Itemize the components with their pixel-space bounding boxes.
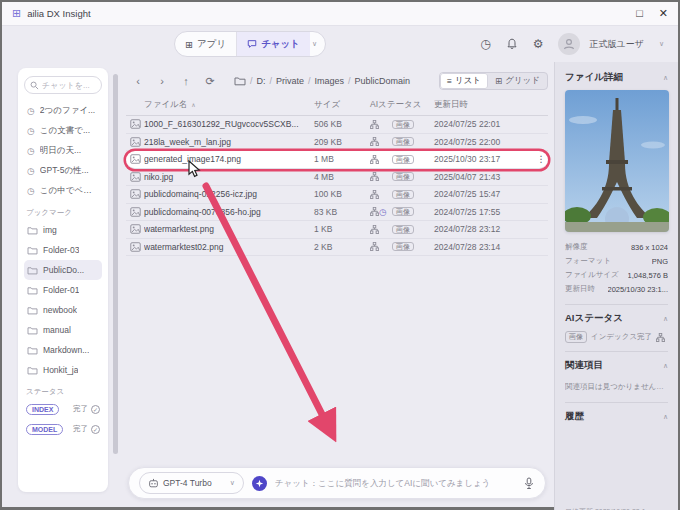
metadata-row: 更新日時 2025/10/30 23:1... bbox=[565, 282, 668, 296]
history-clock-icon: ◷ bbox=[27, 146, 35, 156]
file-date: 2024/07/25 17:55 bbox=[434, 207, 534, 217]
details-collapse-icon[interactable]: ∧ bbox=[663, 74, 668, 82]
bookmark-folder-item[interactable]: img bbox=[24, 220, 102, 240]
list-view-label: リスト bbox=[455, 75, 481, 87]
related-collapse-icon[interactable]: ∧ bbox=[663, 362, 668, 370]
bookmark-folder-item[interactable]: PublicDo... bbox=[24, 260, 102, 280]
crumb-images[interactable]: Images bbox=[315, 76, 345, 86]
up-icon[interactable]: ↑ bbox=[174, 75, 198, 87]
chat-history-list: ◷ 2つのファイ... ◷ この文書で... ◷ 明日の天... ◷ GPT-5… bbox=[24, 101, 102, 201]
model-selector[interactable]: GPT-4 Turbo ∨ bbox=[139, 472, 244, 494]
notifications-bell-icon[interactable] bbox=[506, 38, 518, 50]
ai-status-row: 画像 インデックス完了 bbox=[565, 331, 668, 343]
sidebar-scrollbar[interactable] bbox=[113, 74, 118, 454]
index-flow-icon bbox=[370, 120, 379, 129]
metadata-label: フォーマット bbox=[565, 256, 611, 266]
file-preview-image[interactable] bbox=[565, 90, 669, 232]
column-filename[interactable]: ファイル名 ∧ bbox=[144, 99, 314, 111]
maximize-button[interactable]: □ bbox=[636, 7, 643, 20]
bookmark-folder-item[interactable]: Folder-03 bbox=[24, 240, 102, 260]
table-row[interactable]: 1000_F_616301292_RUgvcocv5SCXB... 506 KB… bbox=[126, 116, 548, 134]
metadata-value: PNG bbox=[652, 257, 668, 266]
bookmark-folder-item[interactable]: Folder-01 bbox=[24, 280, 102, 300]
chat-search-box[interactable] bbox=[24, 76, 102, 94]
view-toggle: ≡ リスト ⊞ グリッド bbox=[439, 72, 548, 90]
apps-tab-label: アプリ bbox=[197, 38, 226, 51]
status-state-label: 完了 bbox=[73, 424, 88, 434]
crumb-publicdomain[interactable]: PublicDomain bbox=[355, 76, 411, 86]
crumb-separator: / bbox=[308, 76, 311, 86]
image-file-icon bbox=[130, 189, 141, 199]
file-size: 100 KB bbox=[314, 189, 370, 199]
table-row[interactable]: publicdomainq-0076856-ho.jpg 83 KB ◷ 画像 … bbox=[126, 204, 548, 222]
table-row[interactable]: niko.jpg 4 MB 画像 2025/04/07 21:43 bbox=[126, 169, 548, 187]
file-name: 1000_F_616301292_RUgvcocv5SCXB... bbox=[144, 119, 314, 129]
history-item-label: 明日の天... bbox=[40, 145, 81, 157]
metadata-value: 2025/10/30 23:1... bbox=[608, 285, 668, 294]
crumb-separator: / bbox=[250, 76, 253, 86]
chat-history-item[interactable]: ◷ GPT-5の性... bbox=[24, 161, 102, 181]
app-title: ailia DX Insight bbox=[27, 8, 90, 19]
chat-tab[interactable]: チャット bbox=[237, 32, 310, 56]
user-name-label[interactable]: 正式版ユーザ bbox=[589, 38, 643, 51]
bookmark-folder-item[interactable]: newbook bbox=[24, 300, 102, 320]
apps-tab[interactable]: ⊞ アプリ bbox=[175, 32, 236, 56]
index-flow-icon bbox=[370, 155, 379, 164]
file-size: 2 KB bbox=[314, 242, 370, 252]
user-avatar[interactable] bbox=[558, 33, 580, 55]
table-row[interactable]: 218la_week_m_lan.jpg 209 KB 画像 2024/07/2… bbox=[126, 134, 548, 152]
index-flow-icon bbox=[370, 225, 379, 234]
kebab-menu-icon[interactable]: ⋮ bbox=[534, 154, 548, 164]
bookmark-folder-item[interactable]: Honkit_ja bbox=[24, 360, 102, 380]
settings-gear-icon[interactable]: ⚙ bbox=[533, 38, 544, 50]
folder-icon bbox=[27, 346, 38, 355]
file-date: 2025/04/07 21:43 bbox=[434, 172, 534, 182]
column-ai-status[interactable]: AIステータス bbox=[370, 99, 434, 111]
bookmark-folder-item[interactable]: Markdown... bbox=[24, 340, 102, 360]
chat-history-item[interactable]: ◷ 2つのファイ... bbox=[24, 101, 102, 121]
crumb-private[interactable]: Private bbox=[276, 76, 304, 86]
column-date[interactable]: 更新日時 bbox=[434, 99, 534, 111]
metadata-label: ファイルサイズ bbox=[565, 270, 619, 280]
table-row[interactable]: publicdomainq-012256-icz.jpg 100 KB 画像 2… bbox=[126, 186, 548, 204]
history-title: 履歴 bbox=[565, 410, 584, 423]
file-size: 209 KB bbox=[314, 137, 370, 147]
index-flow-icon bbox=[370, 242, 379, 251]
close-button[interactable]: ✕ bbox=[659, 7, 668, 20]
file-size: 506 KB bbox=[314, 119, 370, 129]
refresh-icon[interactable]: ⟳ bbox=[198, 75, 222, 88]
grid-view-button[interactable]: ⊞ グリッド bbox=[488, 73, 547, 89]
history-icon[interactable]: ◷ bbox=[480, 38, 490, 50]
folder-icon bbox=[27, 246, 38, 255]
metadata-value: 836 x 1024 bbox=[631, 243, 668, 252]
ai-sparkle-icon bbox=[252, 476, 267, 491]
back-icon[interactable]: ‹ bbox=[126, 75, 150, 87]
chat-message-input[interactable] bbox=[275, 478, 515, 488]
table-row[interactable]: watermarktest02.png 2 KB 画像 2024/07/28 2… bbox=[126, 239, 548, 257]
file-type-badge: 画像 bbox=[392, 190, 414, 199]
column-size[interactable]: サイズ bbox=[314, 99, 370, 111]
ai-status-collapse-icon[interactable]: ∧ bbox=[663, 315, 668, 323]
bookmark-folder-item[interactable]: manual bbox=[24, 320, 102, 340]
image-file-icon bbox=[130, 207, 141, 217]
user-chevron-down-icon[interactable]: ∨ bbox=[659, 40, 664, 48]
file-type-badge: 画像 bbox=[565, 331, 587, 343]
metadata-row: 解像度 836 x 1024 bbox=[565, 240, 668, 254]
forward-icon[interactable]: › bbox=[150, 75, 174, 87]
chat-history-item[interactable]: ◷ この文書で... bbox=[24, 121, 102, 141]
mode-chevron-down-icon[interactable]: ∨ bbox=[310, 40, 325, 48]
folder-icon bbox=[27, 306, 38, 315]
microphone-icon[interactable] bbox=[523, 477, 535, 490]
table-row[interactable]: generated_image174.png 1 MB 画像 2025/10/3… bbox=[126, 151, 548, 169]
chat-search-input[interactable] bbox=[42, 81, 94, 90]
crumb-separator: / bbox=[270, 76, 273, 86]
list-view-button[interactable]: ≡ リスト bbox=[440, 73, 488, 89]
history-clock-icon: ◷ bbox=[27, 106, 35, 116]
chat-history-item[interactable]: ◷ 明日の天... bbox=[24, 141, 102, 161]
crumb-drive[interactable]: D: bbox=[257, 76, 266, 86]
history-item-label: GPT-5の性... bbox=[40, 165, 89, 177]
history-collapse-icon[interactable]: ∧ bbox=[663, 413, 668, 421]
file-explorer: ‹ › ↑ ⟳ / D: / Private / Images / Public… bbox=[126, 68, 548, 510]
table-row[interactable]: watermarktest.png 1 KB 画像 2024/07/28 23:… bbox=[126, 221, 548, 239]
chat-history-item[interactable]: ◷ この中でベスト... bbox=[24, 181, 102, 201]
